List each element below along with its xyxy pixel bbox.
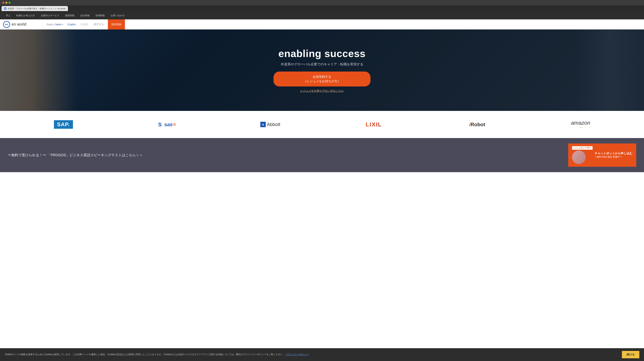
- active-tab[interactable]: en 外資系・グローバル企業の求人・転職エージェント en world: [2, 6, 68, 11]
- promo-text[interactable]: 〜無料で受けられる！〜 「PROGOS」ビジネス英語スピーキングテストはこちら＞…: [8, 153, 143, 157]
- promo-badge: レジュメなして OK！: [573, 147, 592, 149]
- brand-sas: S sas ®: [155, 119, 178, 130]
- tab-favicon: en: [4, 7, 6, 10]
- brand-amazon: amazon ⌣: [569, 119, 592, 130]
- brand-abbott: a Abbott: [258, 119, 282, 130]
- promo-cta-sub: 〜無料 Web 面談 実施中〜: [594, 155, 632, 159]
- hero-register-button[interactable]: 会員登録する （レジュメをお持ちの方）: [274, 71, 370, 86]
- hero-btn-line1: 会員登録する: [313, 75, 331, 78]
- logo-area[interactable]: en en world: [0, 19, 43, 29]
- nav-item-news[interactable]: 最新情報: [62, 12, 77, 19]
- brand-sap: SAP.: [52, 119, 75, 130]
- sas-s-icon: S: [158, 121, 164, 128]
- hero-subtitle: 外資系やグローバル企業でのキャリア・転職を実現する: [281, 62, 363, 66]
- language-english[interactable]: English: [66, 23, 78, 26]
- hero-title: enabling success: [278, 48, 366, 59]
- chevron-down-icon: ▾: [62, 23, 63, 25]
- logo-text: en world: [12, 22, 26, 26]
- nav-item-services[interactable]: 企業向けサービス: [38, 12, 62, 19]
- browser-chrome: [0, 0, 644, 5]
- region-selector[interactable]: Region Japan ▾: [45, 23, 65, 26]
- region-value: Japan: [55, 23, 62, 26]
- nav-item-jobs[interactable]: 求人: [3, 12, 13, 19]
- brands-section: SAP. S sas ® a Abbott LIXIL iRobot amazo…: [0, 111, 644, 138]
- nav-item-contact[interactable]: お問い合わせ: [108, 12, 127, 19]
- register-button[interactable]: 新規登録: [108, 19, 125, 29]
- lixil-logo-text: LIXIL: [366, 121, 382, 128]
- svg-text:S: S: [158, 122, 162, 128]
- secondary-nav-links: Region Japan ▾ English 日本語 ログイン 新規登録: [43, 19, 127, 29]
- sap-logo-text: SAP.: [54, 120, 73, 129]
- minimize-dot: [6, 2, 7, 4]
- irobot-logo-text: iRobot: [469, 122, 485, 128]
- close-dot: [2, 2, 4, 4]
- hero-section: enabling success 外資系やグローバル企業でのキャリア・転職を実現…: [0, 29, 644, 111]
- promo-cta-title: チャットボットから申し込む: [594, 152, 632, 155]
- region-label: Region: [46, 23, 54, 26]
- nav-item-recruit[interactable]: 採用情報: [93, 12, 108, 19]
- language-japanese[interactable]: 日本語: [78, 23, 90, 26]
- login-link[interactable]: ログイン: [91, 23, 107, 26]
- brand-lixil: LIXIL: [362, 119, 386, 130]
- en-logo-icon: en: [3, 21, 10, 28]
- tab-title: 外資系・グローバル企業の求人・転職エージェント en world: [8, 7, 66, 10]
- tab-bar: en 外資系・グローバル企業の求人・転職エージェント en world: [0, 5, 644, 12]
- hero-content: enabling success 外資系やグローバル企業でのキャリア・転職を実現…: [0, 29, 644, 111]
- abbott-logo-text: a Abbott: [260, 122, 280, 127]
- promo-cta-text: チャットボットから申し込む 〜無料 Web 面談 実施中〜: [594, 152, 632, 159]
- secondary-nav: en en world Region Japan ▾ English 日本語 ロ…: [0, 19, 644, 29]
- promo-avatar: [572, 150, 586, 164]
- promo-section: 〜無料で受けられる！〜 「PROGOS」ビジネス英語スピーキングテストはこちら＞…: [0, 138, 644, 172]
- sas-logo-text: S sas ®: [158, 121, 176, 128]
- nav-item-company[interactable]: 会社情報: [78, 12, 92, 19]
- hero-no-resume-link[interactable]: レジュメをお持ちでない方はこちら: [300, 89, 344, 93]
- nav-item-career[interactable]: 転職をお考えの方: [14, 12, 38, 19]
- maximize-dot: [8, 2, 10, 4]
- abbott-icon: a: [260, 122, 266, 127]
- top-nav: 求人 転職をお考えの方 企業向けサービス 最新情報 会社情報 採用情報 お問い合…: [0, 12, 644, 19]
- promo-cta[interactable]: レジュメなして OK！ チャットボットから申し込む 〜無料 Web 面談 実施中…: [568, 143, 636, 167]
- brand-irobot: iRobot: [466, 119, 489, 130]
- hero-btn-line2: （レジュメをお持ちの方）: [304, 79, 340, 83]
- promo-lady-avatar: レジュメなして OK！: [572, 146, 592, 164]
